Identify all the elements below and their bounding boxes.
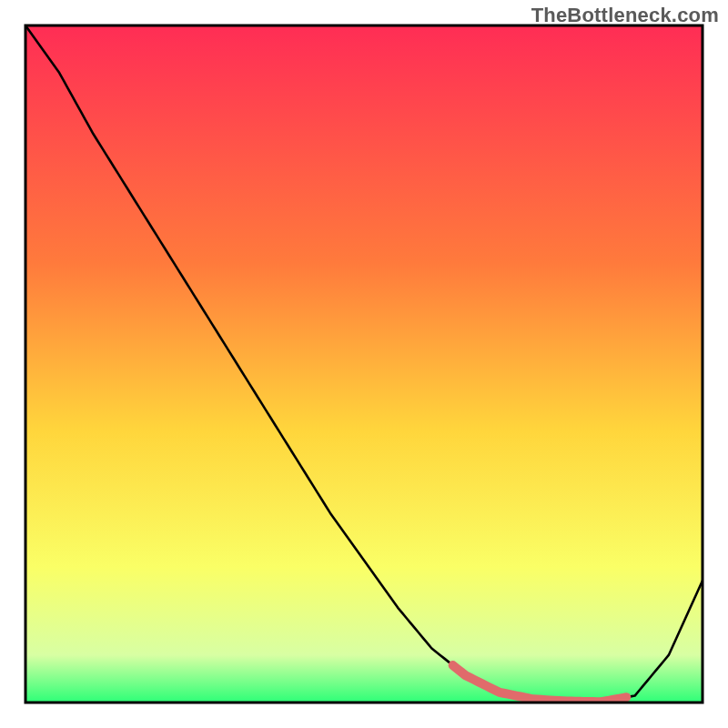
watermark-text: TheBottleneck.com bbox=[531, 4, 719, 27]
gradient-background bbox=[25, 25, 703, 703]
bottleneck-chart bbox=[0, 0, 728, 728]
chart-stage: TheBottleneck.com bbox=[0, 0, 728, 728]
